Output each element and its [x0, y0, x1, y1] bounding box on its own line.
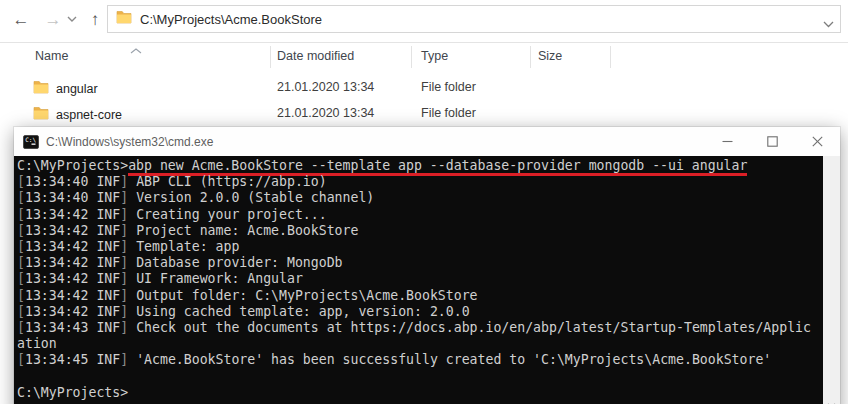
file-name: angular	[56, 82, 98, 96]
cmd-icon: C:\	[23, 134, 39, 150]
console-log-line: [13:34:42 INF] Creating your project...	[17, 207, 823, 223]
file-row[interactable]: angular 21.01.2020 13:34 File folder	[0, 75, 848, 101]
console-log-line: [13:34:42 INF] Output folder: C:\MyProje…	[17, 288, 823, 304]
cmd-window: C:\ C:\Windows\system32\cmd.exe C:\MyPro…	[14, 127, 840, 404]
minimize-button[interactable]	[705, 127, 750, 156]
back-button[interactable]: ←	[8, 6, 34, 32]
console-log-line: [13:34:42 INF] Using cached template: ap…	[17, 304, 823, 320]
address-bar[interactable]: C:\MyProjects\Acme.BookStore	[107, 5, 841, 33]
folder-icon	[33, 106, 49, 123]
address-path: C:\MyProjects\Acme.BookStore	[140, 12, 322, 27]
console-prompt: C:\MyProjects>	[17, 158, 128, 173]
file-date-modified: 21.01.2020 13:34	[277, 106, 374, 120]
console-log-line: [13:34:42 INF] Template: app	[17, 239, 823, 255]
column-header-date-modified[interactable]: Date modified	[277, 49, 354, 63]
file-name: aspnet-core	[56, 108, 122, 122]
up-button[interactable]: ↑	[82, 6, 108, 32]
console-log-line: [13:34:40 INF] ABP CLI (https://abp.io)	[17, 174, 823, 190]
forward-button[interactable]: →	[40, 6, 66, 32]
console-log-line: [13:34:42 INF] UI Framework: Angular	[17, 271, 823, 287]
console-log-line: ation	[17, 336, 823, 352]
folder-icon	[33, 80, 49, 97]
console-log-line: [13:34:43 INF] Check out the documents a…	[17, 320, 823, 336]
maximize-button[interactable]	[750, 127, 795, 156]
cmd-window-title: C:\Windows\system32\cmd.exe	[46, 135, 213, 149]
close-button[interactable]	[795, 127, 840, 156]
column-divider	[411, 46, 412, 68]
console-log-lines: [13:34:40 INF] ABP CLI (https://abp.io)[…	[17, 174, 823, 368]
column-header-row: Name Date modified Type Size	[0, 43, 848, 71]
console-output[interactable]: C:\MyProjects>abp new Acme.BookStore --t…	[14, 156, 823, 404]
console-scrollbar[interactable]	[823, 156, 840, 404]
console-blank-line	[17, 368, 823, 384]
column-header-type[interactable]: Type	[421, 49, 448, 63]
column-divider	[610, 46, 611, 68]
console-log-line: [13:34:40 INF] Version 2.0.0 (Stable cha…	[17, 190, 823, 206]
svg-text:C:\: C:\	[25, 136, 36, 143]
column-header-name[interactable]: Name	[35, 49, 68, 63]
console-log-line: [13:34:42 INF] Project name: Acme.BookSt…	[17, 223, 823, 239]
sort-ascending-indicator-icon	[130, 43, 142, 57]
file-type: File folder	[421, 106, 476, 120]
explorer-toolbar: ← → ↑ C:\MyProjects\Acme.BookStore	[0, 0, 848, 43]
console-log-line: [13:34:45 INF] 'Acme.BookStore' has been…	[17, 352, 823, 368]
scrollbar-down-chevron-icon[interactable]	[827, 395, 836, 404]
recent-locations-chevron-icon[interactable]	[64, 10, 80, 28]
column-divider	[530, 46, 531, 68]
console-final-prompt: C:\MyProjects>	[17, 385, 823, 401]
file-type: File folder	[421, 80, 476, 94]
file-date-modified: 21.01.2020 13:34	[277, 80, 374, 94]
address-dropdown-chevron-icon[interactable]	[823, 14, 834, 32]
column-header-size[interactable]: Size	[538, 49, 562, 63]
console-command-line: C:\MyProjects>abp new Acme.BookStore --t…	[17, 158, 823, 174]
address-folder-icon	[116, 10, 132, 28]
cmd-title-bar[interactable]: C:\ C:\Windows\system32\cmd.exe	[14, 127, 840, 156]
file-row[interactable]: aspnet-core 21.01.2020 13:34 File folder	[0, 101, 848, 127]
console-log-line: [13:34:42 INF] Database provider: MongoD…	[17, 255, 823, 271]
column-divider	[270, 46, 271, 68]
screenshot-root: ← → ↑ C:\MyProjects\Acme.BookStore	[0, 0, 848, 404]
